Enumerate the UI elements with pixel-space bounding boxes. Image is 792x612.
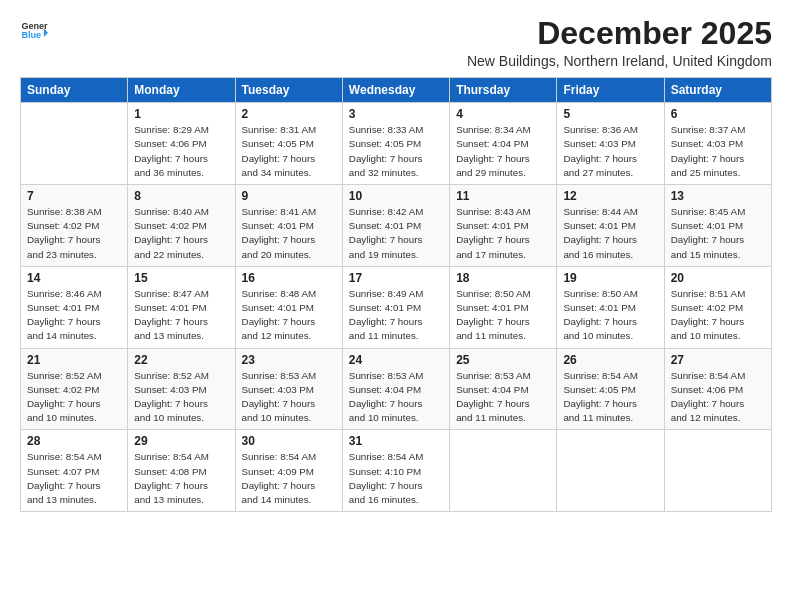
calendar-cell: 1Sunrise: 8:29 AMSunset: 4:06 PMDaylight… xyxy=(128,103,235,185)
day-number: 23 xyxy=(242,353,336,367)
day-number: 22 xyxy=(134,353,228,367)
calendar-cell: 23Sunrise: 8:53 AMSunset: 4:03 PMDayligh… xyxy=(235,348,342,430)
day-info: Sunrise: 8:50 AMSunset: 4:01 PMDaylight:… xyxy=(563,287,657,344)
calendar-cell: 2Sunrise: 8:31 AMSunset: 4:05 PMDaylight… xyxy=(235,103,342,185)
calendar-cell: 7Sunrise: 8:38 AMSunset: 4:02 PMDaylight… xyxy=(21,185,128,267)
day-number: 18 xyxy=(456,271,550,285)
day-number: 1 xyxy=(134,107,228,121)
calendar-cell: 24Sunrise: 8:53 AMSunset: 4:04 PMDayligh… xyxy=(342,348,449,430)
day-info: Sunrise: 8:44 AMSunset: 4:01 PMDaylight:… xyxy=(563,205,657,262)
day-info: Sunrise: 8:31 AMSunset: 4:05 PMDaylight:… xyxy=(242,123,336,180)
day-info: Sunrise: 8:53 AMSunset: 4:04 PMDaylight:… xyxy=(456,369,550,426)
weekday-header-friday: Friday xyxy=(557,78,664,103)
calendar-cell xyxy=(21,103,128,185)
calendar-cell: 16Sunrise: 8:48 AMSunset: 4:01 PMDayligh… xyxy=(235,266,342,348)
calendar-cell: 11Sunrise: 8:43 AMSunset: 4:01 PMDayligh… xyxy=(450,185,557,267)
calendar-cell: 28Sunrise: 8:54 AMSunset: 4:07 PMDayligh… xyxy=(21,430,128,512)
calendar-cell: 31Sunrise: 8:54 AMSunset: 4:10 PMDayligh… xyxy=(342,430,449,512)
calendar-cell: 19Sunrise: 8:50 AMSunset: 4:01 PMDayligh… xyxy=(557,266,664,348)
day-info: Sunrise: 8:46 AMSunset: 4:01 PMDaylight:… xyxy=(27,287,121,344)
day-info: Sunrise: 8:41 AMSunset: 4:01 PMDaylight:… xyxy=(242,205,336,262)
day-info: Sunrise: 8:50 AMSunset: 4:01 PMDaylight:… xyxy=(456,287,550,344)
day-info: Sunrise: 8:48 AMSunset: 4:01 PMDaylight:… xyxy=(242,287,336,344)
day-number: 3 xyxy=(349,107,443,121)
day-number: 13 xyxy=(671,189,765,203)
calendar-cell: 26Sunrise: 8:54 AMSunset: 4:05 PMDayligh… xyxy=(557,348,664,430)
day-number: 9 xyxy=(242,189,336,203)
calendar-cell: 8Sunrise: 8:40 AMSunset: 4:02 PMDaylight… xyxy=(128,185,235,267)
calendar-cell: 12Sunrise: 8:44 AMSunset: 4:01 PMDayligh… xyxy=(557,185,664,267)
calendar-cell: 6Sunrise: 8:37 AMSunset: 4:03 PMDaylight… xyxy=(664,103,771,185)
title-block: December 2025 New Buildings, Northern Ir… xyxy=(467,16,772,69)
day-info: Sunrise: 8:53 AMSunset: 4:04 PMDaylight:… xyxy=(349,369,443,426)
header: General Blue December 2025 New Buildings… xyxy=(20,16,772,69)
day-info: Sunrise: 8:53 AMSunset: 4:03 PMDaylight:… xyxy=(242,369,336,426)
calendar-cell: 10Sunrise: 8:42 AMSunset: 4:01 PMDayligh… xyxy=(342,185,449,267)
day-number: 16 xyxy=(242,271,336,285)
day-number: 4 xyxy=(456,107,550,121)
weekday-header-thursday: Thursday xyxy=(450,78,557,103)
calendar-cell: 22Sunrise: 8:52 AMSunset: 4:03 PMDayligh… xyxy=(128,348,235,430)
day-number: 2 xyxy=(242,107,336,121)
day-number: 27 xyxy=(671,353,765,367)
calendar-cell: 15Sunrise: 8:47 AMSunset: 4:01 PMDayligh… xyxy=(128,266,235,348)
calendar-week-row: 28Sunrise: 8:54 AMSunset: 4:07 PMDayligh… xyxy=(21,430,772,512)
day-number: 7 xyxy=(27,189,121,203)
day-info: Sunrise: 8:47 AMSunset: 4:01 PMDaylight:… xyxy=(134,287,228,344)
day-number: 12 xyxy=(563,189,657,203)
day-number: 8 xyxy=(134,189,228,203)
day-number: 30 xyxy=(242,434,336,448)
day-info: Sunrise: 8:54 AMSunset: 4:08 PMDaylight:… xyxy=(134,450,228,507)
calendar-cell: 27Sunrise: 8:54 AMSunset: 4:06 PMDayligh… xyxy=(664,348,771,430)
calendar-cell: 3Sunrise: 8:33 AMSunset: 4:05 PMDaylight… xyxy=(342,103,449,185)
page-container: General Blue December 2025 New Buildings… xyxy=(0,0,792,522)
day-number: 26 xyxy=(563,353,657,367)
weekday-header-tuesday: Tuesday xyxy=(235,78,342,103)
day-info: Sunrise: 8:54 AMSunset: 4:07 PMDaylight:… xyxy=(27,450,121,507)
day-info: Sunrise: 8:42 AMSunset: 4:01 PMDaylight:… xyxy=(349,205,443,262)
day-info: Sunrise: 8:45 AMSunset: 4:01 PMDaylight:… xyxy=(671,205,765,262)
day-info: Sunrise: 8:52 AMSunset: 4:02 PMDaylight:… xyxy=(27,369,121,426)
day-info: Sunrise: 8:54 AMSunset: 4:10 PMDaylight:… xyxy=(349,450,443,507)
month-title: December 2025 xyxy=(467,16,772,51)
weekday-header-sunday: Sunday xyxy=(21,78,128,103)
day-number: 10 xyxy=(349,189,443,203)
day-number: 20 xyxy=(671,271,765,285)
weekday-header-monday: Monday xyxy=(128,78,235,103)
calendar-week-row: 7Sunrise: 8:38 AMSunset: 4:02 PMDaylight… xyxy=(21,185,772,267)
calendar-cell: 30Sunrise: 8:54 AMSunset: 4:09 PMDayligh… xyxy=(235,430,342,512)
weekday-header-wednesday: Wednesday xyxy=(342,78,449,103)
weekday-header-saturday: Saturday xyxy=(664,78,771,103)
calendar-cell xyxy=(557,430,664,512)
calendar-cell xyxy=(664,430,771,512)
calendar-cell: 21Sunrise: 8:52 AMSunset: 4:02 PMDayligh… xyxy=(21,348,128,430)
day-info: Sunrise: 8:54 AMSunset: 4:05 PMDaylight:… xyxy=(563,369,657,426)
day-info: Sunrise: 8:52 AMSunset: 4:03 PMDaylight:… xyxy=(134,369,228,426)
day-number: 19 xyxy=(563,271,657,285)
day-number: 29 xyxy=(134,434,228,448)
day-info: Sunrise: 8:37 AMSunset: 4:03 PMDaylight:… xyxy=(671,123,765,180)
day-number: 11 xyxy=(456,189,550,203)
calendar-cell: 9Sunrise: 8:41 AMSunset: 4:01 PMDaylight… xyxy=(235,185,342,267)
day-number: 21 xyxy=(27,353,121,367)
day-info: Sunrise: 8:33 AMSunset: 4:05 PMDaylight:… xyxy=(349,123,443,180)
day-number: 24 xyxy=(349,353,443,367)
day-info: Sunrise: 8:49 AMSunset: 4:01 PMDaylight:… xyxy=(349,287,443,344)
day-number: 28 xyxy=(27,434,121,448)
calendar-cell: 18Sunrise: 8:50 AMSunset: 4:01 PMDayligh… xyxy=(450,266,557,348)
calendar-week-row: 14Sunrise: 8:46 AMSunset: 4:01 PMDayligh… xyxy=(21,266,772,348)
day-info: Sunrise: 8:54 AMSunset: 4:09 PMDaylight:… xyxy=(242,450,336,507)
day-info: Sunrise: 8:29 AMSunset: 4:06 PMDaylight:… xyxy=(134,123,228,180)
logo-icon: General Blue xyxy=(20,16,48,44)
day-number: 15 xyxy=(134,271,228,285)
day-info: Sunrise: 8:40 AMSunset: 4:02 PMDaylight:… xyxy=(134,205,228,262)
calendar-cell: 13Sunrise: 8:45 AMSunset: 4:01 PMDayligh… xyxy=(664,185,771,267)
day-info: Sunrise: 8:54 AMSunset: 4:06 PMDaylight:… xyxy=(671,369,765,426)
calendar-cell: 14Sunrise: 8:46 AMSunset: 4:01 PMDayligh… xyxy=(21,266,128,348)
day-number: 6 xyxy=(671,107,765,121)
calendar-cell: 4Sunrise: 8:34 AMSunset: 4:04 PMDaylight… xyxy=(450,103,557,185)
svg-text:Blue: Blue xyxy=(21,30,41,40)
day-number: 25 xyxy=(456,353,550,367)
calendar-cell: 17Sunrise: 8:49 AMSunset: 4:01 PMDayligh… xyxy=(342,266,449,348)
day-info: Sunrise: 8:51 AMSunset: 4:02 PMDaylight:… xyxy=(671,287,765,344)
